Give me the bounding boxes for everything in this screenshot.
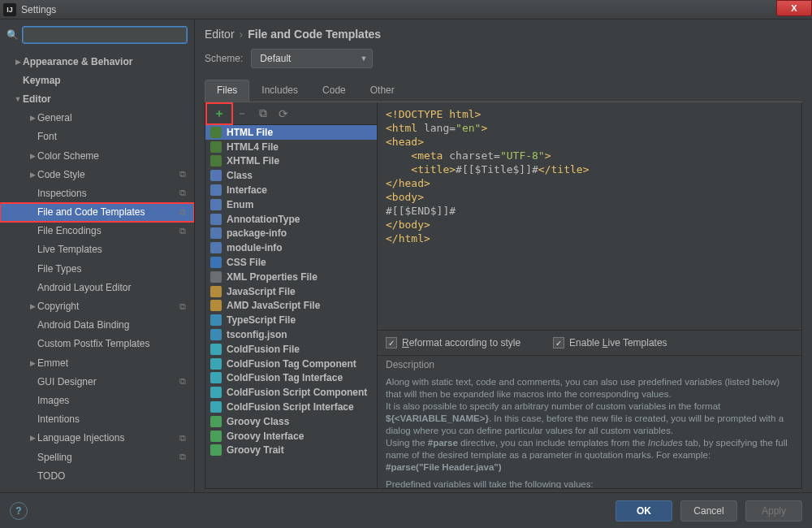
template-list-pane: ＋ － ⧉ ⟳ HTML FileHTML4 FileXHTML FileCla… [205, 102, 378, 488]
sidebar-item-label: Color Scheme [37, 150, 99, 162]
sidebar-item[interactable]: Images [0, 391, 194, 409]
sidebar-item[interactable]: Android Layout Editor [0, 278, 194, 296]
file-type-icon [210, 199, 222, 210]
tree-arrow-icon: ▶ [28, 359, 37, 367]
tab-other[interactable]: Other [358, 80, 407, 102]
tree-arrow-icon: ▶ [28, 114, 37, 122]
window-close-button[interactable]: X [776, 0, 812, 16]
sidebar-item-label: Code Style [37, 169, 85, 180]
template-list-item[interactable]: ColdFusion Tag Component [205, 357, 377, 371]
template-list-item[interactable]: TypeScript File [205, 313, 377, 327]
file-type-icon [210, 300, 222, 311]
scope-icon: ⧉ [179, 452, 186, 462]
template-list-item[interactable]: module-info [205, 240, 377, 255]
sidebar-item-label: File and Code Templates [37, 206, 145, 218]
template-list-item[interactable]: ColdFusion Script Interface [205, 400, 377, 414]
template-list-item[interactable]: Enum [205, 197, 377, 212]
sidebar-item[interactable]: ▶Code Style⧉ [0, 165, 194, 184]
sidebar-item[interactable]: Spelling⧉ [0, 448, 194, 466]
sidebar-item[interactable]: ▼Editor [0, 89, 194, 108]
settings-tree[interactable]: ▶Appearance & BehaviorKeymap▼Editor▶Gene… [0, 52, 194, 492]
template-item-label: Groovy Class [227, 416, 289, 427]
sidebar-item[interactable]: ▶Color Scheme [0, 146, 194, 165]
settings-search-input[interactable] [22, 26, 188, 44]
sidebar-item[interactable]: TODO [0, 466, 194, 485]
add-template-icon[interactable]: ＋ [214, 106, 225, 121]
description-box: Description Along with static text, code… [378, 355, 801, 488]
settings-sidebar: 🔍 ▶Appearance & BehaviorKeymap▼Editor▶Ge… [0, 19, 195, 492]
file-type-icon [210, 214, 222, 225]
reformat-checkbox[interactable]: ✓ Reformat according to style [386, 337, 520, 348]
copy-template-icon[interactable]: ⧉ [259, 106, 267, 120]
template-item-label: Enum [227, 199, 253, 210]
sidebar-item[interactable]: ▶Copyright⧉ [0, 296, 194, 315]
tree-arrow-icon: ▶ [28, 302, 37, 310]
sidebar-item-label: Images [37, 395, 69, 406]
scheme-dropdown[interactable]: Default ▼ [251, 49, 373, 68]
template-list-item[interactable]: AMD JavaScript File [205, 299, 377, 314]
sidebar-item[interactable]: File Types [0, 259, 194, 278]
sidebar-item-label: File Types [37, 263, 81, 275]
tab-includes[interactable]: Includes [249, 80, 310, 102]
template-list-item[interactable]: ColdFusion File [205, 342, 377, 357]
sidebar-item[interactable]: Intentions [0, 410, 194, 429]
sidebar-item[interactable]: Inspections⧉ [0, 184, 194, 202]
template-item-label: Groovy Interface [227, 431, 304, 442]
sidebar-item[interactable]: ▶General [0, 109, 194, 128]
apply-button[interactable]: Apply [745, 500, 802, 522]
template-list-item[interactable]: tsconfig.json [205, 327, 377, 342]
reset-template-icon[interactable]: ⟳ [279, 107, 288, 120]
tab-files[interactable]: Files [205, 80, 249, 102]
template-list-item[interactable]: AnnotationType [205, 212, 377, 227]
template-list-item[interactable]: Groovy Interface [205, 429, 377, 444]
scope-icon: ⧉ [179, 169, 186, 180]
template-list-item[interactable]: Interface [205, 183, 377, 197]
template-list-item[interactable]: XML Properties File [205, 270, 377, 284]
sidebar-item-label: Spelling [37, 452, 72, 463]
file-type-icon [210, 372, 222, 383]
template-item-label: package-info [227, 227, 287, 239]
template-list-item[interactable]: JavaScript File [205, 284, 377, 299]
sidebar-item[interactable]: File Encodings⧉ [0, 222, 194, 240]
enable-live-templates-checkbox[interactable]: ✓ Enable Live Templates [553, 337, 667, 348]
ok-button[interactable]: OK [615, 500, 672, 522]
template-list[interactable]: HTML FileHTML4 FileXHTML FileClassInterf… [205, 125, 377, 488]
template-list-item[interactable]: package-info [205, 227, 377, 241]
sidebar-item[interactable]: Live Templates [0, 240, 194, 259]
file-type-icon [210, 286, 222, 297]
template-item-label: JavaScript File [227, 286, 296, 297]
template-list-item[interactable]: Class [205, 168, 377, 183]
sidebar-item[interactable]: Font [0, 128, 194, 146]
template-item-label: ColdFusion File [227, 344, 300, 355]
remove-template-icon[interactable]: － [236, 106, 248, 121]
sidebar-item[interactable]: ▶Language Injections⧉ [0, 429, 194, 448]
help-button[interactable]: ? [10, 502, 28, 520]
sidebar-item[interactable]: ▶Appearance & Behavior [0, 52, 194, 71]
tree-arrow-icon: ▶ [28, 171, 37, 179]
template-list-item[interactable]: Groovy Trait [205, 444, 377, 458]
sidebar-item[interactable]: Keymap [0, 71, 194, 89]
template-list-item[interactable]: ColdFusion Tag Interface [205, 371, 377, 386]
cancel-button[interactable]: Cancel [680, 500, 737, 522]
template-list-item[interactable]: Groovy Class [205, 414, 377, 429]
tree-arrow-icon: ▶ [28, 152, 37, 160]
template-list-item[interactable]: ColdFusion Script Component [205, 385, 377, 400]
sidebar-item-label: GUI Designer [37, 376, 97, 387]
template-list-item[interactable]: CSS File [205, 255, 377, 270]
tab-code[interactable]: Code [310, 80, 358, 102]
sidebar-item[interactable]: ▶Emmet [0, 353, 194, 372]
template-item-label: AMD JavaScript File [227, 300, 320, 311]
template-code-editor[interactable]: <!DOCTYPE html><html lang="en"><head> <m… [378, 102, 801, 330]
template-list-item[interactable]: HTML4 File [205, 140, 377, 154]
template-item-label: ColdFusion Script Interface [227, 401, 354, 413]
sidebar-item[interactable]: GUI Designer⧉ [0, 372, 194, 391]
sidebar-item[interactable]: Custom Postfix Templates [0, 335, 194, 353]
sidebar-item-label: Intentions [37, 413, 80, 425]
sidebar-item[interactable]: File and Code Templates⧉ [0, 203, 194, 222]
sidebar-item-label: Appearance & Behavior [23, 56, 132, 67]
template-list-item[interactable]: XHTML File [205, 154, 377, 169]
search-icon: 🔍 [6, 29, 19, 41]
template-list-item[interactable]: HTML File [205, 125, 377, 140]
file-type-icon [210, 257, 222, 268]
sidebar-item[interactable]: Android Data Binding [0, 316, 194, 335]
